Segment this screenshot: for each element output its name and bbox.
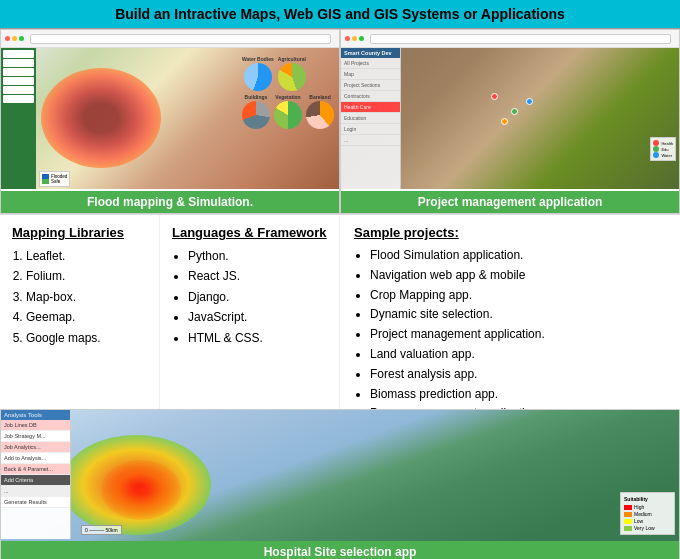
sidebar-btn-6: [3, 95, 34, 103]
languages-framework-title: Languages & Framework: [172, 225, 327, 240]
hospital-caption: Hospital Site selection app: [1, 541, 679, 559]
map-sidebar-left: [1, 48, 36, 189]
sidebar-btn-4: [3, 77, 34, 85]
pie-agri-chart: [278, 63, 306, 91]
label-high: High: [634, 504, 644, 510]
project-item-8: Biomass prediction app.: [370, 385, 666, 405]
legend-med: Medium: [624, 511, 671, 517]
dot-4: [501, 118, 508, 125]
project-map-content: Smart County Dev All Projects Map Projec…: [341, 48, 679, 189]
pie-water: Water Bodies: [242, 56, 274, 91]
flood-map-content: Water Bodies Agricultural Buildings Vege…: [1, 48, 339, 189]
proj-label-1: Health: [661, 141, 673, 146]
project-item-4: Dynamic site selection.: [370, 305, 666, 325]
minimize-dot-r: [352, 36, 357, 41]
proj-nav-3: Project Sections: [341, 80, 400, 91]
lib-item-3: Map-box.: [26, 287, 147, 307]
legend-color-2: [42, 179, 49, 184]
browser-chrome-right: [341, 30, 679, 48]
lib-item-2: Folium.: [26, 266, 147, 286]
proj-label-3: Water: [661, 153, 672, 158]
proj-nav-4: Contractors: [341, 91, 400, 102]
expand-dot: [19, 36, 24, 41]
expand-dot-r: [359, 36, 364, 41]
screenshots-row: Water Bodies Agricultural Buildings Vege…: [0, 29, 680, 214]
tool-item-5: Back & 4 Paramet...: [1, 464, 70, 475]
project-portal-header: Smart County Dev: [341, 48, 400, 58]
mapping-libraries-panel: Mapping Libraries Leaflet. Folium. Map-b…: [0, 215, 160, 409]
tool-item-2: Job Strategy M...: [1, 431, 70, 442]
label-med: Medium: [634, 511, 652, 517]
url-bar-right: [370, 34, 671, 44]
flood-map-caption: Flood mapping & Simulation.: [1, 191, 339, 213]
sidebar-btn-2: [3, 59, 34, 67]
project-item-1: Flood Simulation application.: [370, 246, 666, 266]
languages-framework-panel: Languages & Framework Python. React JS. …: [160, 215, 340, 409]
proj-label-2: Edu: [661, 147, 668, 152]
legend-item-2: Safe: [42, 179, 67, 184]
hospital-map-section: Analysis Tools Job Lines DB Job Strategy…: [0, 409, 680, 559]
tool-header: Analysis Tools: [1, 410, 70, 420]
mapping-libraries-list: Leaflet. Folium. Map-box. Geemap. Google…: [12, 246, 147, 348]
close-dot-r: [345, 36, 350, 41]
pie-buildings-chart: [242, 101, 270, 129]
pie-buildings: Buildings: [242, 94, 270, 129]
legend-low: Low: [624, 518, 671, 524]
sample-projects-title: Sample projects:: [354, 225, 666, 240]
project-item-2: Navigation web app & mobile: [370, 266, 666, 286]
pie-row-2: Buildings Vegetation Bareland: [242, 94, 334, 129]
lib-item-4: Geemap.: [26, 307, 147, 327]
browser-chrome-left: [1, 30, 339, 48]
pie-water-chart: [244, 63, 272, 91]
project-item-7: Forest analysis app.: [370, 365, 666, 385]
lang-item-4: JavaScript.: [188, 307, 327, 327]
mapping-libraries-title: Mapping Libraries: [12, 225, 147, 240]
sidebar-btn-1: [3, 50, 34, 58]
pie-charts-area: Water Bodies Agricultural Buildings Vege…: [242, 56, 334, 129]
project-legend: Health Edu Water: [650, 137, 676, 161]
dot-3: [526, 98, 533, 105]
proj-nav-6: ...: [341, 135, 400, 146]
legend-none: Very Low: [624, 525, 671, 531]
close-dot: [5, 36, 10, 41]
flood-map-legend: Flooded Safe: [39, 171, 70, 187]
lib-item-5: Google maps.: [26, 328, 147, 348]
lib-item-1: Leaflet.: [26, 246, 147, 266]
legend-label-2: Safe: [51, 179, 60, 184]
legend-title: Suitability: [624, 496, 671, 502]
middle-section: Mapping Libraries Leaflet. Folium. Map-b…: [0, 214, 680, 409]
project-item-3: Crop Mapping app.: [370, 286, 666, 306]
lang-item-2: React JS.: [188, 266, 327, 286]
sidebar-btn-3: [3, 68, 34, 76]
project-sidebar: Smart County Dev All Projects Map Projec…: [341, 48, 401, 189]
pie-bareland-chart: [306, 101, 334, 129]
hospital-map-bg: Analysis Tools Job Lines DB Job Strategy…: [1, 410, 679, 559]
tool-item-1: Job Lines DB: [1, 420, 70, 431]
proj-nav-1: All Projects: [341, 58, 400, 69]
project-item-6: Land valuation app.: [370, 345, 666, 365]
url-bar-left: [30, 34, 331, 44]
proj-legend-3: Water: [653, 152, 673, 158]
scale-bar: 0 ——— 50km: [81, 525, 122, 535]
tool-item-7: ...: [1, 486, 70, 497]
color-med: [624, 512, 632, 517]
lang-item-1: Python.: [188, 246, 327, 266]
sidebar-btn-5: [3, 86, 34, 94]
project-map-caption: Project management application: [341, 191, 679, 213]
legend-high: High: [624, 504, 671, 510]
color-high: [624, 505, 632, 510]
flood-map-panel: Water Bodies Agricultural Buildings Vege…: [0, 29, 340, 214]
label-none: Very Low: [634, 525, 655, 531]
project-map-panel: Smart County Dev All Projects Map Projec…: [340, 29, 680, 214]
proj-dot-blue: [653, 152, 659, 158]
languages-framework-list: Python. React JS. Django. JavaScript. HT…: [172, 246, 327, 348]
hospital-tools-panel: Analysis Tools Job Lines DB Job Strategy…: [1, 410, 71, 539]
label-low: Low: [634, 518, 643, 524]
project-item-5: Project management application.: [370, 325, 666, 345]
lang-item-5: HTML & CSS.: [188, 328, 327, 348]
color-low: [624, 519, 632, 524]
header-banner: Build an Intractive Maps, Web GIS and GI…: [0, 0, 680, 29]
tool-item-8: Generate Results: [1, 497, 70, 508]
proj-nav-edu: Education: [341, 113, 400, 124]
pie-agri: Agricultural: [278, 56, 306, 91]
